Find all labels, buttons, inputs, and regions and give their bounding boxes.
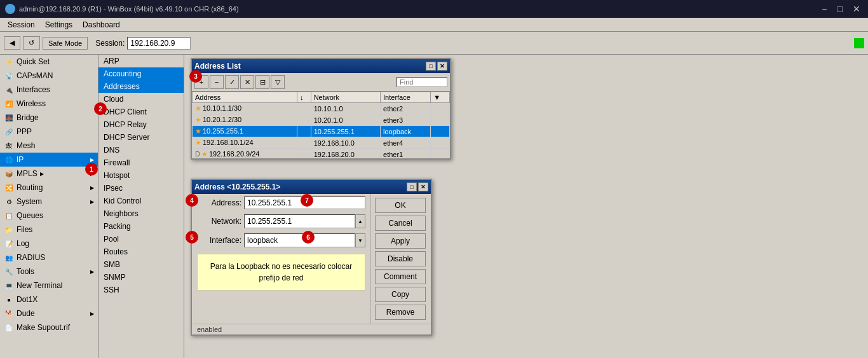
sidebar-item-make-supout[interactable]: 📄 Make Supout.rif xyxy=(0,320,98,334)
table-row[interactable]: ★10.20.1.2/30 10.20.1.0 ether3 xyxy=(193,114,450,126)
log-icon: 📝 xyxy=(4,238,14,249)
sidebar-item-radius[interactable]: 👥 RADIUS xyxy=(0,251,98,265)
ip-submenu-snmp[interactable]: SNMP xyxy=(98,271,184,284)
sidebar-item-bridge[interactable]: 🌉 Bridge xyxy=(0,111,98,125)
apply-button[interactable]: Apply xyxy=(375,233,426,249)
enable-address-btn[interactable]: ✓ xyxy=(225,75,239,89)
menu-dashboard[interactable]: Dashboard xyxy=(78,19,125,31)
network-input[interactable] xyxy=(244,214,355,228)
sidebar-item-dot1x[interactable]: ● Dot1X xyxy=(0,293,98,306)
ip-submenu-neighbors[interactable]: Neighbors xyxy=(98,207,184,220)
col-interface[interactable]: Interface xyxy=(381,92,431,103)
address-edit-content: 4 Address: 7 Network: ▲ xyxy=(192,194,431,324)
ip-submenu-kid-control[interactable]: Kid Control xyxy=(98,195,184,207)
sidebar-item-new-terminal[interactable]: 💻 New Terminal xyxy=(0,279,98,293)
sidebar-item-system[interactable]: ⚙ System ▶ xyxy=(0,195,98,209)
sidebar-item-queues[interactable]: 📋 Queues xyxy=(0,209,98,223)
dude-icon: 🐕 xyxy=(4,308,14,319)
sidebar-item-files[interactable]: 📁 Files xyxy=(0,223,98,237)
safe-mode-button[interactable]: Safe Mode xyxy=(43,37,88,50)
ip-submenu-firewall[interactable]: Firewall xyxy=(98,156,184,169)
interface-dropdown-btn[interactable]: ▼ xyxy=(355,233,365,247)
sidebar-item-wireless[interactable]: 📶 Wireless xyxy=(0,97,98,111)
ip-submenu-cloud[interactable]: Cloud xyxy=(98,93,184,106)
sidebar-item-label: Mesh xyxy=(17,141,35,150)
edit-window-close[interactable]: ✕ xyxy=(418,182,428,191)
sidebar-item-ip[interactable]: 🌐 IP ▶ xyxy=(0,153,98,167)
maximize-button[interactable]: □ xyxy=(835,4,845,14)
comment-button[interactable]: Comment xyxy=(375,269,426,284)
sidebar-item-interfaces[interactable]: 🔌 Interfaces xyxy=(0,83,98,97)
sidebar-item-label: Bridge xyxy=(17,113,39,122)
table-row[interactable]: ★10.255.255.1 10.255.255.1 loopback xyxy=(193,126,450,137)
cancel-button[interactable]: Cancel xyxy=(375,216,426,231)
ip-submenu-packing[interactable]: Packing xyxy=(98,220,184,233)
network-spin-btn[interactable]: ▲ xyxy=(355,214,365,228)
ip-submenu-dhcp-client[interactable]: DHCP Client xyxy=(98,106,184,118)
copy-address-btn[interactable]: ⊟ xyxy=(255,75,269,89)
ip-submenu-smb[interactable]: SMB xyxy=(98,258,184,271)
window-minimize-btn[interactable]: □ xyxy=(426,62,436,71)
ip-submenu-arp[interactable]: ARP xyxy=(98,55,184,67)
ip-submenu-ssh[interactable]: SSH xyxy=(98,284,184,296)
sidebar-item-mesh[interactable]: 🕸 Mesh xyxy=(0,139,98,153)
sidebar-item-mpls[interactable]: 📦 MPLS ▶ xyxy=(0,167,98,181)
sidebar-item-capsman[interactable]: 📡 CAPsMAN xyxy=(0,69,98,83)
copy-button[interactable]: Copy xyxy=(375,287,426,302)
close-button[interactable]: ✕ xyxy=(850,4,863,14)
table-row[interactable]: ★192.168.10.1/24 192.168.10.0 ether4 xyxy=(193,137,450,149)
interface-input[interactable] xyxy=(244,233,355,247)
disable-address-btn[interactable]: ✕ xyxy=(240,75,254,89)
ip-submenu-routes[interactable]: Routes xyxy=(98,245,184,258)
tooltip-text: Para la Loopback no es necesario colocar… xyxy=(210,262,352,282)
minimize-button[interactable]: − xyxy=(819,4,829,14)
row-flag-icon: ★ xyxy=(195,139,201,146)
col-sort[interactable]: ↓ xyxy=(297,92,311,103)
ip-submenu-hotspot[interactable]: Hotspot xyxy=(98,169,184,182)
sidebar-item-tools[interactable]: 🔧 Tools ▶ xyxy=(0,265,98,279)
col-network[interactable]: Network xyxy=(311,92,380,103)
sidebar-item-dude[interactable]: 🐕 Dude ▶ xyxy=(0,306,98,320)
sidebar-item-routing[interactable]: 🔀 Routing ▶ xyxy=(0,181,98,195)
edit-window-minimize[interactable]: □ xyxy=(407,182,417,191)
network-field-row: Network: ▲ xyxy=(192,212,370,231)
ip-submenu-addresses[interactable]: Addresses xyxy=(98,80,184,93)
wireless-icon: 📶 xyxy=(4,99,14,109)
address-list-window: Address List □ ✕ + 3 − ✓ ✕ ⊟ ▽ xyxy=(191,58,451,160)
mpls-arrow-icon: ▶ xyxy=(40,171,44,177)
col-filter[interactable]: ▼ xyxy=(431,92,450,103)
ip-submenu-ipsec[interactable]: IPsec xyxy=(98,182,184,195)
disable-button[interactable]: Disable xyxy=(375,251,426,266)
remove-address-btn[interactable]: − xyxy=(210,75,224,89)
col-address[interactable]: Address xyxy=(193,92,297,103)
sidebar-item-label: System xyxy=(17,197,42,206)
back-button[interactable]: ◀ xyxy=(4,36,20,50)
mpls-icon: 📦 xyxy=(4,169,14,179)
ip-submenu-dns[interactable]: DNS xyxy=(98,144,184,156)
ip-submenu-dhcp-server[interactable]: DHCP Server xyxy=(98,131,184,144)
ip-submenu-accounting[interactable]: Accounting xyxy=(98,67,184,80)
toolbar: ◀ ↺ Safe Mode Session: xyxy=(0,32,868,55)
filter-btn[interactable]: ▽ xyxy=(271,75,285,89)
menu-settings[interactable]: Settings xyxy=(40,19,78,31)
sidebar-item-quick-set[interactable]: ⚡ Quick Set xyxy=(0,55,98,69)
interface-field-row: 5 Interface: ▼ 6 xyxy=(192,231,370,250)
sidebar-item-ppp[interactable]: 🔗 PPP xyxy=(0,125,98,139)
title-bar-left: admin@192.168.20.9 (R1) - WinBox (64bit)… xyxy=(5,4,239,14)
ip-submenu-pool[interactable]: Pool xyxy=(98,233,184,245)
window-controls: □ ✕ xyxy=(426,62,447,71)
window-maximize-btn[interactable]: ✕ xyxy=(437,62,447,71)
ip-arrow-icon: ▶ xyxy=(90,157,94,163)
table-row[interactable]: ★10.10.1.1/30 10.10.1.0 ether2 xyxy=(193,103,450,114)
sidebar-item-log[interactable]: 📝 Log xyxy=(0,237,98,251)
find-input[interactable] xyxy=(397,77,447,87)
table-row[interactable]: D★192.168.20.9/24 192.168.20.0 ether1 xyxy=(193,149,450,159)
menu-session[interactable]: Session xyxy=(3,19,40,31)
connection-status xyxy=(854,38,864,48)
refresh-button[interactable]: ↺ xyxy=(23,36,40,50)
session-input[interactable] xyxy=(127,37,191,50)
ip-submenu-dhcp-relay[interactable]: DHCP Relay xyxy=(98,118,184,131)
ok-button[interactable]: OK xyxy=(375,198,426,213)
remove-button[interactable]: Remove xyxy=(375,305,426,320)
app-icon xyxy=(5,4,15,14)
